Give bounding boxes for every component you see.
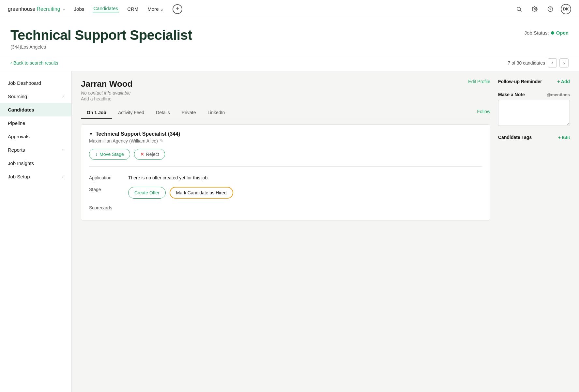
nav-link-candidates[interactable]: Candidates xyxy=(93,6,119,12)
application-value: There is no offer created yet for this j… xyxy=(128,172,482,184)
sidebar-label-pipeline: Pipeline xyxy=(8,120,25,126)
tab-details[interactable]: Details xyxy=(150,107,176,119)
reject-x-icon: ✕ xyxy=(140,152,144,157)
job-header: Technical Support Specialist (344)Los An… xyxy=(0,18,579,55)
move-stage-icon: ↕ xyxy=(95,152,98,157)
sidebar-label-reports: Reports xyxy=(8,147,25,153)
sidebar-item-reports[interactable]: Reports › xyxy=(0,143,71,157)
candidate-section: Jarran Wood Edit Profile No contact info… xyxy=(81,79,490,392)
followup-add-link[interactable]: + Add xyxy=(557,79,570,84)
job-card-header: ▼ Technical Support Specialist (344) xyxy=(89,131,482,137)
back-link-text: Back to search results xyxy=(13,60,58,66)
nav-links: Jobs Candidates CRM More ⌄ + xyxy=(73,4,506,14)
note-textarea[interactable] xyxy=(498,100,570,126)
job-title: Technical Support Specialist xyxy=(10,27,192,43)
status-value: Open xyxy=(556,30,569,36)
sidebar-item-sourcing[interactable]: Sourcing › xyxy=(0,90,71,103)
reject-button[interactable]: ✕ Reject xyxy=(134,149,165,160)
brand-chevron-icon: ⌄ xyxy=(62,7,66,11)
action-buttons: ↕ Move Stage ✕ Reject xyxy=(89,149,482,160)
tags-edit-link[interactable]: + Edit xyxy=(558,135,570,140)
divider xyxy=(89,166,482,167)
tab-on-job[interactable]: On 1 Job xyxy=(81,107,112,119)
candidate-navigation: 7 of 30 candidates ‹ › xyxy=(508,58,569,68)
job-subtitle: (344)Los Angeles xyxy=(10,44,192,50)
sidebar-label-approvals: Approvals xyxy=(8,134,30,139)
application-table: Application There is no offer created ye… xyxy=(89,172,482,214)
prev-candidate-button[interactable]: ‹ xyxy=(548,58,557,68)
sidebar-label-job-dashboard: Job Dashboard xyxy=(8,80,41,86)
create-offer-button[interactable]: Create Offer xyxy=(128,187,166,199)
nav-link-jobs[interactable]: Jobs xyxy=(73,6,85,12)
sourcing-chevron-icon: › xyxy=(62,94,64,99)
candidate-count: 7 of 30 candidates xyxy=(508,60,545,66)
tags-section: Candidate Tags + Edit xyxy=(498,135,570,140)
scorecards-value xyxy=(128,202,482,214)
sidebar-item-approvals[interactable]: Approvals xyxy=(0,130,71,143)
content-area: Jarran Wood Edit Profile No contact info… xyxy=(72,71,579,392)
edit-pencil-icon[interactable]: ✎ xyxy=(160,138,164,143)
nav-link-crm[interactable]: CRM xyxy=(127,6,139,12)
main-layout: Job Dashboard Sourcing › Candidates Pipe… xyxy=(0,71,579,392)
brand-colored-text: Recruiting xyxy=(37,6,60,12)
settings-icon[interactable] xyxy=(529,4,540,14)
tags-header: Candidate Tags + Edit xyxy=(498,135,570,140)
mentions-label: @mentions xyxy=(547,92,570,97)
sidebar-item-job-dashboard[interactable]: Job Dashboard xyxy=(0,76,71,90)
job-card-title: Technical Support Specialist (344) xyxy=(96,131,180,137)
sidebar-label-job-setup: Job Setup xyxy=(8,174,30,179)
job-setup-chevron-icon: › xyxy=(62,174,64,179)
sidebar-label-sourcing: Sourcing xyxy=(8,94,27,99)
note-section: Make a Note @mentions xyxy=(498,92,570,127)
candidate-headline[interactable]: Add a headline xyxy=(81,96,490,101)
candidate-name: Jarran Wood xyxy=(81,79,132,89)
stage-row: Stage Create Offer Mark Candidate as Hir… xyxy=(89,184,482,202)
tabs-left: On 1 Job Activity Feed Details Private L… xyxy=(81,107,231,119)
candidate-meta: No contact info available xyxy=(81,90,490,96)
application-label: Application xyxy=(89,172,128,184)
brand-text: greenhouse xyxy=(8,6,36,12)
reject-label: Reject xyxy=(146,152,159,157)
stage-label: Stage xyxy=(89,184,128,202)
follow-link[interactable]: Follow xyxy=(477,109,490,117)
search-icon[interactable] xyxy=(514,4,524,14)
mark-hired-button[interactable]: Mark Candidate as Hired xyxy=(170,187,233,199)
stage-buttons: Create Offer Mark Candidate as Hired xyxy=(128,184,482,202)
tab-private[interactable]: Private xyxy=(176,107,202,119)
status-indicator xyxy=(551,31,554,35)
job-card: ▼ Technical Support Specialist (344) Max… xyxy=(81,124,490,220)
job-status-label: Job Status: xyxy=(525,30,549,36)
sidebar-label-candidates: Candidates xyxy=(8,107,34,113)
candidate-tabs: On 1 Job Activity Feed Details Private L… xyxy=(81,107,490,119)
tab-linkedin[interactable]: LinkedIn xyxy=(202,107,231,119)
sidebar-item-job-setup[interactable]: Job Setup › xyxy=(0,170,71,183)
sidebar-item-pipeline[interactable]: Pipeline xyxy=(0,116,71,130)
next-candidate-button[interactable]: › xyxy=(559,58,569,68)
sidebar-item-job-insights[interactable]: Job Insights xyxy=(0,157,71,170)
candidate-header: Jarran Wood Edit Profile xyxy=(81,79,490,89)
edit-profile-link[interactable]: Edit Profile xyxy=(468,79,490,84)
move-stage-button[interactable]: ↕ Move Stage xyxy=(89,149,130,160)
back-chevron-icon: ‹ xyxy=(10,60,12,66)
tab-activity-feed[interactable]: Activity Feed xyxy=(112,107,150,119)
top-navigation: greenhouse Recruiting ⌄ Jobs Candidates … xyxy=(0,0,579,18)
add-button[interactable]: + xyxy=(173,4,182,14)
note-header: Make a Note @mentions xyxy=(498,92,570,97)
tags-title: Candidate Tags xyxy=(498,135,532,140)
brand-logo[interactable]: greenhouse Recruiting ⌄ xyxy=(8,6,66,12)
note-title: Make a Note xyxy=(498,92,525,97)
followup-section: Follow-up Reminder + Add xyxy=(498,79,570,84)
svg-point-0 xyxy=(517,7,521,11)
nav-right-icons: DK xyxy=(514,4,571,14)
back-link[interactable]: ‹ Back to search results xyxy=(10,60,58,66)
job-status: Job Status: Open xyxy=(525,30,569,36)
collapse-triangle-icon[interactable]: ▼ xyxy=(89,132,93,136)
sidebar-item-candidates[interactable]: Candidates xyxy=(0,103,71,116)
user-avatar[interactable]: DK xyxy=(561,4,571,14)
sidebar-label-job-insights: Job Insights xyxy=(8,160,34,166)
nav-link-more[interactable]: More ⌄ xyxy=(147,6,165,12)
right-panel: Follow-up Reminder + Add Make a Note @me… xyxy=(498,79,570,392)
sidebar: Job Dashboard Sourcing › Candidates Pipe… xyxy=(0,71,72,392)
help-icon[interactable] xyxy=(545,4,556,14)
scorecards-label: Scorecards xyxy=(89,202,128,214)
